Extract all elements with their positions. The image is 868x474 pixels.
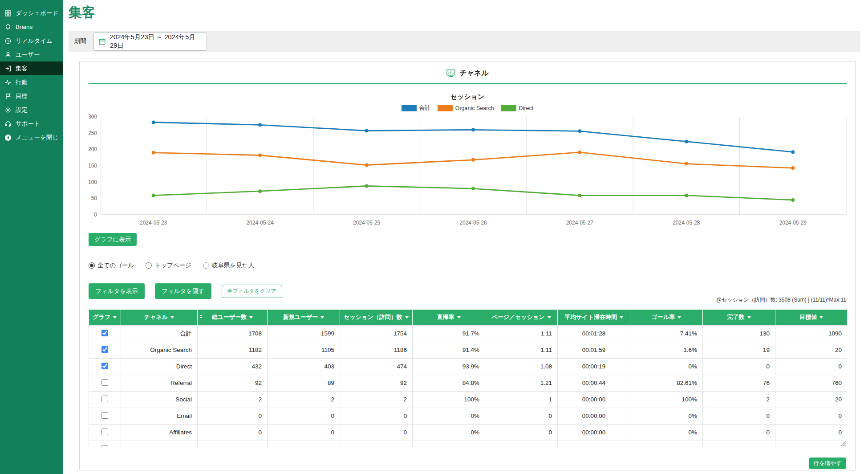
graph-checkbox-cell bbox=[89, 325, 121, 342]
date-range-value: 2024年5月23日 ～ 2024年5月29日 bbox=[110, 33, 202, 50]
date-range-input[interactable]: 2024年5月23日 ～ 2024年5月29日 bbox=[93, 33, 207, 51]
sidebar-item-support[interactable]: サポート bbox=[0, 117, 63, 131]
data-point[interactable] bbox=[471, 187, 475, 190]
data-point[interactable] bbox=[578, 194, 581, 197]
data-point[interactable] bbox=[471, 128, 475, 131]
sidebar-item-behavior[interactable]: 行動 bbox=[0, 75, 63, 89]
sidebar-item-goals[interactable]: 目標 bbox=[0, 89, 63, 103]
data-point[interactable] bbox=[578, 151, 581, 154]
goal-radio-label: 岐阜県を見た人 bbox=[212, 262, 254, 270]
data-point[interactable] bbox=[791, 198, 795, 202]
legend-item-2: Direct bbox=[501, 105, 534, 111]
data-point[interactable] bbox=[685, 194, 688, 197]
data-point[interactable] bbox=[365, 129, 369, 133]
goal-radio-0[interactable]: 全てのゴール bbox=[89, 262, 134, 270]
data-point[interactable] bbox=[365, 184, 369, 188]
row-checkbox[interactable] bbox=[101, 330, 108, 336]
x-tick-label: 2024-05-26 bbox=[459, 220, 487, 226]
channel-monitor-icon bbox=[446, 69, 456, 78]
data-point[interactable] bbox=[365, 163, 369, 167]
table-cell: 0 bbox=[485, 441, 558, 447]
table-cell: 2 bbox=[703, 391, 775, 408]
data-point[interactable] bbox=[685, 162, 688, 166]
col-header-label: チャネル bbox=[144, 314, 168, 320]
channel-cell: Social bbox=[121, 391, 198, 408]
data-point[interactable] bbox=[152, 121, 155, 124]
goal-radio-1[interactable]: トップページ bbox=[146, 262, 191, 270]
table-cell: 2 bbox=[268, 391, 340, 408]
row-checkbox[interactable] bbox=[101, 412, 108, 419]
col-header-graph[interactable]: グラフ bbox=[89, 310, 121, 325]
data-point[interactable] bbox=[471, 158, 475, 162]
data-point[interactable] bbox=[152, 194, 155, 197]
data-point[interactable] bbox=[258, 189, 262, 193]
table-cell: 130 bbox=[703, 325, 775, 342]
col-header-total-users[interactable]: 総ユーザー数 bbox=[198, 310, 268, 325]
row-checkbox[interactable] bbox=[101, 379, 108, 386]
show-on-graph-button[interactable]: グラフに表示 bbox=[89, 233, 137, 246]
caret-down-icon bbox=[548, 316, 551, 319]
goal-radio-input[interactable] bbox=[146, 262, 152, 269]
series-line-0 bbox=[154, 123, 793, 152]
graph-checkbox-cell bbox=[89, 408, 121, 424]
table-cell: 92 bbox=[340, 375, 413, 391]
add-row-button[interactable]: 行を増やす bbox=[809, 458, 846, 469]
data-point[interactable] bbox=[258, 123, 262, 127]
caret-down-icon bbox=[405, 316, 409, 319]
caret-down-icon bbox=[620, 316, 623, 319]
sidebar-item-settings[interactable]: 設定 bbox=[0, 103, 63, 117]
goal-radio-input[interactable] bbox=[203, 262, 209, 269]
x-tick-label: 2024-05-25 bbox=[353, 220, 381, 226]
caret-down-icon bbox=[113, 316, 117, 319]
resize-grip-icon[interactable] bbox=[840, 440, 846, 446]
sidebar-item-dashboard[interactable]: ダッシュボード bbox=[0, 6, 63, 20]
col-header-avg-time-on-site[interactable]: 平均サイト滞在時間 bbox=[558, 310, 630, 325]
brains-icon bbox=[4, 24, 12, 31]
data-point[interactable] bbox=[152, 151, 155, 155]
data-point[interactable] bbox=[685, 140, 688, 143]
table-cell: 0 bbox=[340, 424, 413, 441]
clear-filters-button[interactable]: 全フィルタをクリア bbox=[222, 285, 282, 298]
col-header-target[interactable]: 目標値 bbox=[775, 310, 848, 325]
table-cell: 00:00:00 bbox=[558, 408, 630, 424]
sidebar-item-realtime[interactable]: リアルタイム bbox=[0, 34, 63, 48]
goal-radio-input[interactable] bbox=[89, 262, 95, 269]
sidebar: ダッシュボードBrainsリアルタイムユーザー集客行動目標設定サポートメニューを… bbox=[0, 0, 63, 474]
row-checkbox[interactable] bbox=[101, 346, 108, 353]
col-header-sessions[interactable]: セッション（訪問）数 bbox=[340, 310, 413, 325]
data-point[interactable] bbox=[578, 129, 581, 133]
sidebar-item-brains[interactable]: Brains bbox=[0, 20, 63, 34]
y-tick-label: 50 bbox=[91, 195, 97, 201]
sidebar-item-label: 設定 bbox=[16, 106, 28, 114]
sidebar-item-users[interactable]: ユーザー bbox=[0, 48, 63, 61]
col-header-completions[interactable]: 完了数 bbox=[703, 310, 775, 325]
goal-radio-2[interactable]: 岐阜県を見た人 bbox=[203, 262, 254, 270]
col-header-pages-per-session[interactable]: ページ／セッション bbox=[485, 310, 558, 325]
sort-icon[interactable] bbox=[198, 314, 204, 321]
sidebar-item-close-menu[interactable]: メニューを閉じる bbox=[0, 131, 63, 144]
row-checkbox[interactable] bbox=[101, 363, 108, 369]
table-cell: 0 bbox=[268, 424, 340, 441]
data-point[interactable] bbox=[791, 166, 795, 170]
col-header-goal-rate[interactable]: ゴール率 bbox=[630, 310, 703, 325]
table-cell: 00:00:00 bbox=[558, 441, 630, 447]
table-cell: 0 bbox=[198, 424, 268, 441]
data-point[interactable] bbox=[258, 154, 262, 157]
period-bar: 期間 2024年5月23日 ～ 2024年5月29日 bbox=[69, 31, 860, 52]
table-cell: 760 bbox=[775, 375, 848, 391]
row-checkbox[interactable] bbox=[101, 445, 108, 447]
table-cell: 1186 bbox=[340, 342, 413, 358]
table-cell: 1182 bbox=[198, 342, 268, 358]
col-header-bounce-rate[interactable]: 直帰率 bbox=[413, 310, 485, 325]
row-checkbox[interactable] bbox=[101, 429, 108, 435]
show-filter-button[interactable]: フィルタを表示 bbox=[89, 283, 145, 299]
table-cell: 0% bbox=[413, 441, 485, 447]
channel-cell: Email bbox=[121, 408, 198, 424]
sidebar-item-acquisition[interactable]: 集客 bbox=[0, 61, 63, 75]
col-header-channel[interactable]: チャネル bbox=[121, 310, 198, 325]
col-header-new-users[interactable]: 新規ユーザー bbox=[268, 310, 340, 325]
user-icon bbox=[4, 51, 12, 58]
row-checkbox[interactable] bbox=[101, 396, 108, 402]
data-point[interactable] bbox=[791, 150, 795, 154]
hide-filter-button[interactable]: フィルタを隠す bbox=[155, 283, 211, 299]
